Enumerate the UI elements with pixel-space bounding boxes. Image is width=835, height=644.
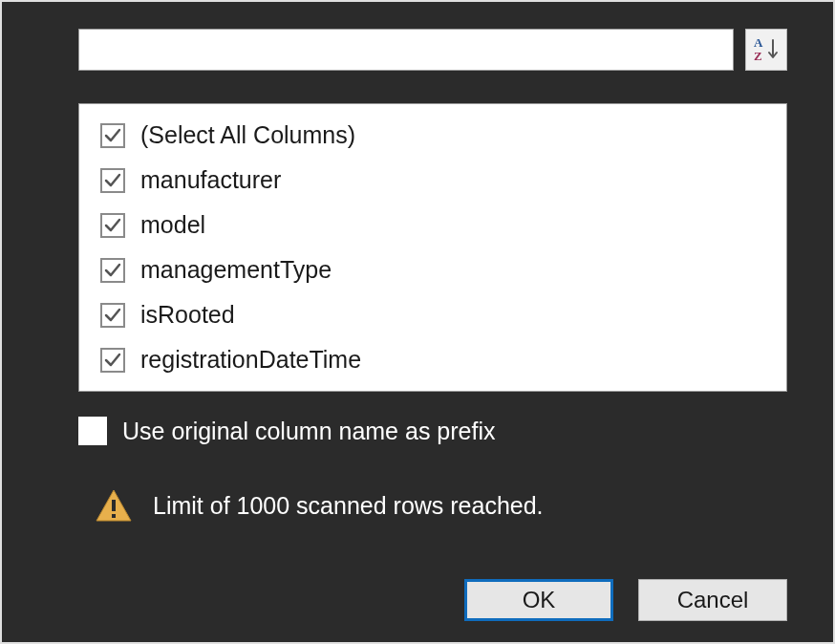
column-item-isrooted[interactable]: isRooted [100,301,765,329]
button-row: OK Cancel [464,579,787,621]
checkbox-manufacturer[interactable] [100,168,125,193]
svg-text:A: A [754,35,763,50]
warning-text: Limit of 1000 scanned rows reached. [153,492,544,520]
svg-rect-2 [112,500,116,511]
prefix-label: Use original column name as prefix [122,418,495,445]
column-label: (Select All Columns) [140,121,355,149]
check-icon [103,261,122,280]
checkbox-select-all[interactable] [100,123,125,148]
svg-rect-3 [112,514,116,518]
column-item-registrationdatetime[interactable]: registrationDateTime [100,346,765,374]
check-icon [103,351,122,370]
check-icon [103,171,122,190]
column-item-select-all[interactable]: (Select All Columns) [100,121,765,149]
column-label: isRooted [140,301,235,329]
checkbox-registrationdatetime[interactable] [100,348,125,373]
column-list: (Select All Columns) manufacturer model [78,103,787,392]
ok-button[interactable]: OK [464,579,613,621]
checkbox-managementtype[interactable] [100,258,125,283]
search-input[interactable] [78,29,734,71]
svg-text:Z: Z [754,49,762,63]
warning-row: Limit of 1000 scanned rows reached. [96,489,787,522]
sort-az-icon: A Z [752,35,781,64]
column-chooser-dialog: A Z (Select All Columns) manufacturer [2,2,833,642]
column-label: model [140,211,205,239]
search-row: A Z [78,29,787,71]
prefix-checkbox[interactable] [78,417,107,445]
checkbox-model[interactable] [100,213,125,238]
check-icon [103,306,122,325]
cancel-button[interactable]: Cancel [638,579,787,621]
check-icon [103,126,122,145]
warning-icon [96,489,132,522]
check-icon [103,216,122,235]
sort-az-button[interactable]: A Z [745,29,787,71]
column-item-manufacturer[interactable]: manufacturer [100,166,765,194]
prefix-row: Use original column name as prefix [78,417,787,445]
column-label: registrationDateTime [140,346,361,374]
column-label: managementType [140,256,332,284]
checkbox-isrooted[interactable] [100,303,125,328]
column-item-model[interactable]: model [100,211,765,239]
column-label: manufacturer [140,166,281,194]
column-item-managementtype[interactable]: managementType [100,256,765,284]
